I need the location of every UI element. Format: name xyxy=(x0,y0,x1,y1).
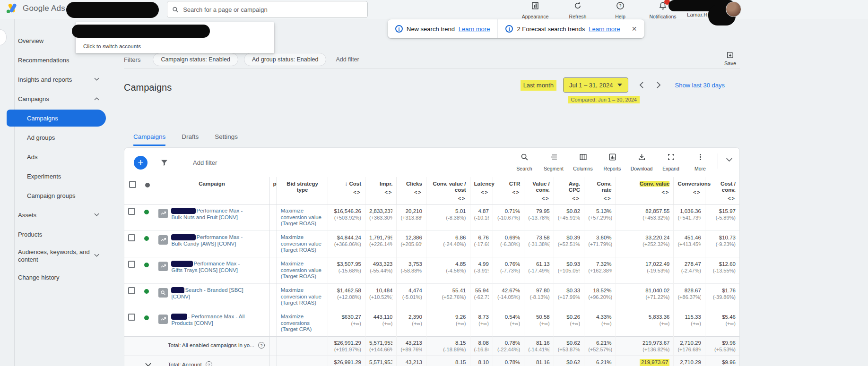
learn-more-link[interactable]: Learn more xyxy=(589,26,620,33)
date-preset-label[interactable]: Last month xyxy=(521,80,556,91)
previous-period-button[interactable] xyxy=(639,81,644,89)
date-range-selector[interactable]: Jul 1 – 31, 2024 xyxy=(563,77,629,93)
refresh-icon xyxy=(573,1,582,10)
close-icon[interactable]: ✕ xyxy=(628,23,641,34)
row-checkbox[interactable] xyxy=(128,287,135,294)
more-vert-icon xyxy=(696,152,704,162)
sidebar-item-recommendations[interactable]: Recommendations xyxy=(0,51,124,70)
next-period-button[interactable] xyxy=(656,81,661,89)
campaign-name-link[interactable]: - Performance Max - All Products [CONV] xyxy=(171,314,249,326)
campaign-row[interactable]: Search - Branded [SBC] [CONV]Maximize co… xyxy=(124,284,739,310)
help-button[interactable]: ? Help xyxy=(605,1,635,19)
col-header-ctr[interactable]: CTR<> xyxy=(493,177,524,204)
col-header-conversions[interactable]: Conversions<> xyxy=(674,177,705,204)
sidebar-item-experiments[interactable]: Experiments xyxy=(0,167,124,186)
collapse-toolbar-button[interactable] xyxy=(726,156,733,163)
col-header-latency[interactable]: Latency<> xyxy=(470,177,493,204)
campaign-row[interactable]: Performance Max - Gifts Trays [CONS] [CO… xyxy=(124,257,739,284)
sidebar-item-ad-groups[interactable]: Ad groups xyxy=(0,128,124,147)
col-header-impr[interactable]: Impr.<> xyxy=(365,177,396,204)
col-header-conv_value[interactable]: Conv. value<> xyxy=(616,177,674,204)
campaign-status-filter-pill[interactable]: Campaign status: Enabled xyxy=(153,53,238,66)
tab-settings[interactable]: Settings xyxy=(215,133,238,146)
download-button[interactable]: Download xyxy=(627,152,656,171)
save-button[interactable]: Save xyxy=(724,51,736,66)
col-header-clicks[interactable]: Clicks<> xyxy=(397,177,426,204)
status-enabled-dot[interactable] xyxy=(144,236,149,241)
sidebar-item-assets[interactable]: Assets xyxy=(0,205,124,225)
global-search[interactable] xyxy=(167,1,368,18)
filter-funnel-button[interactable] xyxy=(160,159,168,167)
tab-drafts[interactable]: Drafts xyxy=(182,133,199,146)
metric-conv_value: 33,220.24(+252.32%) xyxy=(616,231,674,257)
row-checkbox[interactable] xyxy=(128,234,135,241)
help-icon[interactable]: ? xyxy=(206,361,212,366)
col-header-avg_cpc[interactable]: Avg. CPC<> xyxy=(554,177,584,204)
column-label: Bid strategy type xyxy=(281,181,324,193)
sidebar-item-audiences-keywords-and-content[interactable]: Audiences, keywords, and content xyxy=(0,244,124,268)
ad-group-status-filter-pill[interactable]: Ad group status: Enabled xyxy=(244,53,326,66)
metric-conv_value: 82,857.55(+453.32%) xyxy=(616,204,674,231)
appearance-button[interactable]: Appearance xyxy=(520,1,550,19)
status-enabled-dot[interactable] xyxy=(144,210,149,214)
bid-strategy-link[interactable]: Maximize conversion value (Target ROAS) xyxy=(281,208,324,227)
columns-button[interactable]: Columns xyxy=(568,152,598,171)
toolbar-divider xyxy=(718,153,718,169)
campaign-name-link[interactable]: Search - Branded [SBC] [CONV] xyxy=(171,287,249,300)
sidebar-item-ads[interactable]: Ads xyxy=(0,147,124,167)
campaign-row[interactable]: - Performance Max - All Products [CONV]M… xyxy=(124,310,739,337)
campaign-name-link[interactable]: Performance Max - Bulk Nuts and Fruit [C… xyxy=(171,208,249,221)
type-cell xyxy=(269,284,277,310)
select-all-checkbox[interactable] xyxy=(124,177,140,204)
bid-strategy-link[interactable]: Maximize conversion value (Target ROAS) xyxy=(281,261,324,280)
sidebar-item-campaigns[interactable]: Campaigns xyxy=(7,110,106,127)
row-checkbox[interactable] xyxy=(128,261,135,268)
bid-strategy-link[interactable]: Maximize conversion value (Target ROAS) xyxy=(281,287,324,306)
segment-button[interactable]: Segment xyxy=(539,152,568,171)
row-checkbox[interactable] xyxy=(128,208,135,215)
campaign-row[interactable]: Performance Max - Bulk Candy [AWS] [CONV… xyxy=(124,231,739,257)
refresh-button[interactable]: Refresh xyxy=(563,1,593,19)
campaign-name-link[interactable]: Performance Max - Bulk Candy [AWS] [CONV… xyxy=(171,234,249,247)
col-header-value_conv[interactable]: Value / conv.<> xyxy=(524,177,554,204)
learn-more-link[interactable]: Learn more xyxy=(459,26,490,33)
campaign-row[interactable]: Performance Max - Bulk Nuts and Fruit [C… xyxy=(124,204,739,231)
help-icon[interactable]: ? xyxy=(258,342,265,349)
metric-avg_cpc: $0.93(+105.05%) xyxy=(554,257,584,284)
row-checkbox[interactable] xyxy=(128,314,135,321)
tab-campaigns[interactable]: Campaigns xyxy=(133,133,165,146)
type-cell xyxy=(269,231,277,257)
more-button[interactable]: More xyxy=(686,152,715,171)
col-header-cost[interactable]: ↓ Cost<> xyxy=(328,177,365,204)
global-search-input[interactable] xyxy=(183,6,363,13)
col-header-conv_rate[interactable]: Conv. rate<> xyxy=(584,177,616,204)
sidebar-item-insights-and-reports[interactable]: Insights and reports xyxy=(0,70,124,89)
sidebar-item-change-history[interactable]: Change history xyxy=(0,268,124,287)
account-switch-popup[interactable]: Click to switch accounts xyxy=(76,22,274,53)
expand-button[interactable]: Expand xyxy=(656,152,686,171)
col-header-conv_value_cost[interactable]: Conv. value / cost<> xyxy=(426,177,470,204)
header-checkbox[interactable] xyxy=(129,181,136,188)
status-enabled-dot[interactable] xyxy=(144,263,149,267)
new-campaign-button[interactable]: + xyxy=(134,156,148,170)
sidebar-item-products[interactable]: Products xyxy=(0,225,124,244)
table-add-filter-link[interactable]: Add filter xyxy=(193,159,217,166)
add-filter-link[interactable]: Add filter xyxy=(336,56,359,63)
metric-conversions: 115.33(+∞) xyxy=(674,310,705,337)
expand-total-chevron-icon[interactable] xyxy=(145,363,151,366)
metric-ctr: 42.67%(-14.05%) xyxy=(493,284,524,310)
user-avatar[interactable] xyxy=(726,1,741,17)
total-metric-cost_conv: $9.96(+3.09%) xyxy=(705,356,739,366)
sidebar-item-campaign-groups[interactable]: Campaign groups xyxy=(0,186,124,205)
campaign-name-link[interactable]: Performance Max - Gifts Trays [CONS] [CO… xyxy=(171,261,249,273)
bid-strategy-link[interactable]: Maximize conversion value (Target ROAS) xyxy=(281,234,324,254)
sidebar-item-label: Ad groups xyxy=(27,134,55,141)
bid-strategy-link[interactable]: Maximize conversions (Target CPA) xyxy=(281,314,324,333)
reports-button[interactable]: Reports xyxy=(598,152,627,171)
show-last-30-days-link[interactable]: Show last 30 days xyxy=(675,82,725,89)
status-enabled-dot[interactable] xyxy=(144,315,149,320)
sidebar-item-campaigns[interactable]: Campaigns xyxy=(0,89,124,109)
table-search-button[interactable]: Search xyxy=(510,152,539,171)
status-enabled-dot[interactable] xyxy=(144,289,149,294)
product-name: Google Ads xyxy=(23,4,65,13)
